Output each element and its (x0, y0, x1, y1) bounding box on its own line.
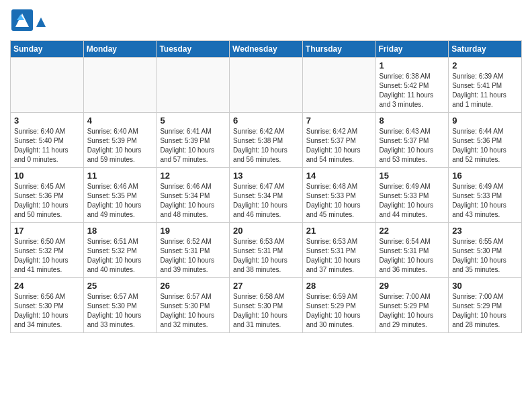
calendar-cell: 24Sunrise: 6:56 AMSunset: 5:30 PMDayligh… (11, 278, 84, 333)
calendar-cell: 5Sunrise: 6:41 AMSunset: 5:39 PMDaylight… (157, 113, 230, 168)
day-number: 13 (233, 171, 299, 181)
week-row-0: 1Sunrise: 6:38 AMSunset: 5:42 PMDaylight… (11, 58, 522, 113)
day-info: Sunrise: 6:46 AMSunset: 5:34 PMDaylight:… (160, 182, 226, 220)
logo-icon (10, 8, 34, 35)
calendar-cell: 27Sunrise: 6:58 AMSunset: 5:30 PMDayligh… (230, 278, 303, 333)
calendar-cell: 7Sunrise: 6:42 AMSunset: 5:37 PMDaylight… (302, 113, 375, 168)
calendar-cell: 15Sunrise: 6:49 AMSunset: 5:33 PMDayligh… (375, 168, 449, 223)
day-info: Sunrise: 6:59 AMSunset: 5:29 PMDaylight:… (306, 292, 372, 330)
day-number: 28 (306, 281, 372, 291)
weekday-friday: Friday (375, 41, 449, 58)
calendar-cell: 10Sunrise: 6:45 AMSunset: 5:36 PMDayligh… (11, 168, 84, 223)
day-info: Sunrise: 6:47 AMSunset: 5:34 PMDaylight:… (233, 182, 299, 220)
day-info: Sunrise: 6:58 AMSunset: 5:30 PMDaylight:… (233, 292, 299, 330)
day-info: Sunrise: 6:54 AMSunset: 5:31 PMDaylight:… (380, 237, 445, 275)
calendar-cell: 28Sunrise: 6:59 AMSunset: 5:29 PMDayligh… (302, 278, 375, 333)
calendar-cell: 26Sunrise: 6:57 AMSunset: 5:30 PMDayligh… (157, 278, 230, 333)
calendar-cell: 16Sunrise: 6:49 AMSunset: 5:33 PMDayligh… (449, 168, 522, 223)
week-row-3: 17Sunrise: 6:50 AMSunset: 5:32 PMDayligh… (11, 223, 522, 278)
day-number: 8 (380, 116, 445, 126)
day-number: 2 (452, 60, 518, 71)
svg-marker-3 (36, 17, 46, 27)
day-number: 6 (233, 116, 299, 126)
day-number: 7 (306, 116, 372, 126)
day-info: Sunrise: 6:56 AMSunset: 5:30 PMDaylight:… (14, 292, 80, 330)
day-number: 1 (380, 60, 445, 71)
calendar-cell: 11Sunrise: 6:46 AMSunset: 5:35 PMDayligh… (83, 168, 157, 223)
page: SundayMondayTuesdayWednesdayThursdayFrid… (0, 0, 532, 343)
calendar-cell: 14Sunrise: 6:48 AMSunset: 5:33 PMDayligh… (302, 168, 375, 223)
day-number: 18 (87, 226, 153, 236)
calendar-cell: 2Sunrise: 6:39 AMSunset: 5:41 PMDaylight… (449, 58, 522, 113)
weekday-monday: Monday (83, 41, 157, 58)
day-number: 22 (380, 226, 445, 236)
day-info: Sunrise: 7:00 AMSunset: 5:29 PMDaylight:… (452, 292, 518, 330)
day-number: 26 (160, 281, 226, 291)
day-info: Sunrise: 6:42 AMSunset: 5:37 PMDaylight:… (306, 127, 372, 165)
day-info: Sunrise: 6:44 AMSunset: 5:36 PMDaylight:… (452, 127, 518, 165)
day-number: 16 (452, 171, 518, 181)
day-number: 5 (160, 116, 226, 126)
day-info: Sunrise: 6:49 AMSunset: 5:33 PMDaylight:… (452, 182, 518, 220)
weekday-tuesday: Tuesday (157, 41, 230, 58)
header (10, 7, 522, 35)
calendar-cell: 22Sunrise: 6:54 AMSunset: 5:31 PMDayligh… (375, 223, 449, 278)
day-info: Sunrise: 6:53 AMSunset: 5:31 PMDaylight:… (306, 237, 372, 275)
calendar-cell (230, 58, 303, 113)
calendar-cell: 20Sunrise: 6:53 AMSunset: 5:31 PMDayligh… (230, 223, 303, 278)
day-info: Sunrise: 6:45 AMSunset: 5:36 PMDaylight:… (14, 182, 80, 220)
day-number: 17 (14, 226, 80, 236)
day-info: Sunrise: 6:48 AMSunset: 5:33 PMDaylight:… (306, 182, 372, 220)
day-number: 4 (87, 116, 153, 126)
logo (10, 7, 46, 35)
calendar-cell (11, 58, 84, 113)
day-info: Sunrise: 6:43 AMSunset: 5:37 PMDaylight:… (380, 127, 445, 165)
calendar-cell (83, 58, 157, 113)
week-row-4: 24Sunrise: 6:56 AMSunset: 5:30 PMDayligh… (11, 278, 522, 333)
day-info: Sunrise: 6:46 AMSunset: 5:35 PMDaylight:… (87, 182, 153, 220)
day-info: Sunrise: 6:52 AMSunset: 5:31 PMDaylight:… (160, 237, 226, 275)
calendar-cell: 19Sunrise: 6:52 AMSunset: 5:31 PMDayligh… (157, 223, 230, 278)
day-info: Sunrise: 6:53 AMSunset: 5:31 PMDaylight:… (233, 237, 299, 275)
day-info: Sunrise: 6:55 AMSunset: 5:30 PMDaylight:… (452, 237, 518, 275)
day-number: 23 (452, 226, 518, 236)
calendar-cell: 13Sunrise: 6:47 AMSunset: 5:34 PMDayligh… (230, 168, 303, 223)
day-info: Sunrise: 6:42 AMSunset: 5:38 PMDaylight:… (233, 127, 299, 165)
week-row-1: 3Sunrise: 6:40 AMSunset: 5:40 PMDaylight… (11, 113, 522, 168)
day-info: Sunrise: 6:50 AMSunset: 5:32 PMDaylight:… (14, 237, 80, 275)
calendar-cell: 12Sunrise: 6:46 AMSunset: 5:34 PMDayligh… (157, 168, 230, 223)
day-number: 10 (14, 171, 80, 181)
day-number: 29 (380, 281, 445, 291)
day-number: 20 (233, 226, 299, 236)
day-number: 15 (380, 171, 445, 181)
calendar-cell: 21Sunrise: 6:53 AMSunset: 5:31 PMDayligh… (302, 223, 375, 278)
day-info: Sunrise: 6:57 AMSunset: 5:30 PMDaylight:… (87, 292, 153, 330)
calendar-cell: 3Sunrise: 6:40 AMSunset: 5:40 PMDaylight… (11, 113, 84, 168)
day-info: Sunrise: 6:41 AMSunset: 5:39 PMDaylight:… (160, 127, 226, 165)
day-info: Sunrise: 6:38 AMSunset: 5:42 PMDaylight:… (380, 72, 445, 109)
day-number: 9 (452, 116, 518, 126)
calendar-cell: 9Sunrise: 6:44 AMSunset: 5:36 PMDaylight… (449, 113, 522, 168)
weekday-header-row: SundayMondayTuesdayWednesdayThursdayFrid… (11, 41, 522, 58)
weekday-wednesday: Wednesday (230, 41, 303, 58)
day-number: 11 (87, 171, 153, 181)
day-number: 24 (14, 281, 80, 291)
day-number: 19 (160, 226, 226, 236)
calendar-cell: 17Sunrise: 6:50 AMSunset: 5:32 PMDayligh… (11, 223, 84, 278)
logo-text (36, 15, 46, 27)
day-number: 12 (160, 171, 226, 181)
calendar: SundayMondayTuesdayWednesdayThursdayFrid… (10, 40, 522, 333)
day-number: 21 (306, 226, 372, 236)
calendar-cell: 1Sunrise: 6:38 AMSunset: 5:42 PMDaylight… (375, 58, 449, 113)
calendar-cell (302, 58, 375, 113)
day-info: Sunrise: 7:00 AMSunset: 5:29 PMDaylight:… (380, 292, 445, 330)
day-info: Sunrise: 6:40 AMSunset: 5:40 PMDaylight:… (14, 127, 80, 165)
day-number: 14 (306, 171, 372, 181)
calendar-cell: 18Sunrise: 6:51 AMSunset: 5:32 PMDayligh… (83, 223, 157, 278)
day-number: 25 (87, 281, 153, 291)
calendar-cell (157, 58, 230, 113)
calendar-cell: 6Sunrise: 6:42 AMSunset: 5:38 PMDaylight… (230, 113, 303, 168)
calendar-cell: 8Sunrise: 6:43 AMSunset: 5:37 PMDaylight… (375, 113, 449, 168)
weekday-saturday: Saturday (449, 41, 522, 58)
day-number: 30 (452, 281, 518, 291)
